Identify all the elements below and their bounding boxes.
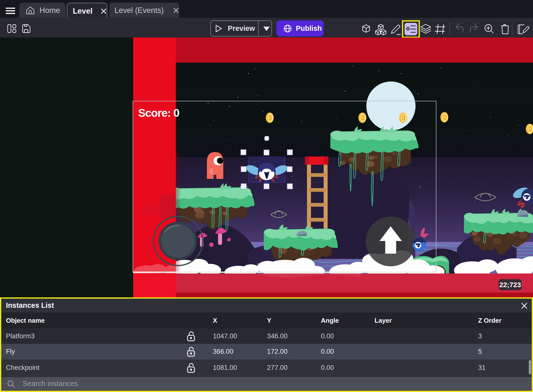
- svg-text:22;723: 22;723: [499, 281, 521, 289]
- svg-text:Score: 0: Score: 0: [138, 107, 179, 119]
